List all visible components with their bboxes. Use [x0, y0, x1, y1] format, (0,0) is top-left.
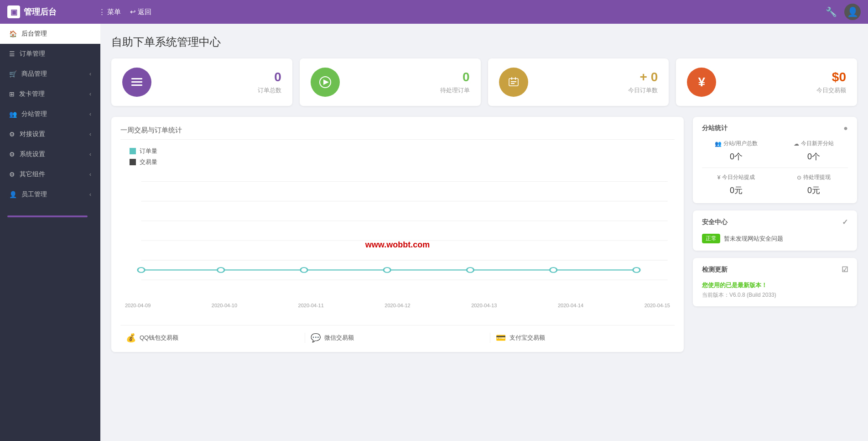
legend-transactions: 交易量: [130, 158, 675, 166]
svg-point-16: [138, 268, 145, 273]
settings-icon[interactable]: 🔧: [826, 6, 837, 17]
svg-rect-2: [131, 84, 142, 86]
sidebar-label-components: 其它组件: [20, 170, 45, 178]
topbar-logo: ▣ 管理后台: [7, 5, 99, 18]
x-label-0: 2020-04-09: [125, 303, 151, 308]
chevron-icon: ‹: [89, 151, 91, 158]
right-panel: 分站统计 ● 👥 分站/用户总数 0个: [693, 117, 857, 352]
bottom-stats: 💰 QQ钱包交易额 💬 微信交易额 💳 支付宝交易额: [120, 325, 675, 343]
substation-total-value: 0个: [730, 151, 743, 162]
cart-icon: 🛒: [9, 70, 17, 78]
yen-icon: ¥: [717, 174, 721, 181]
stat-card-total-orders: 0 订单总数: [111, 58, 292, 106]
sidebar-item-left: ☰ 订单管理: [9, 50, 45, 58]
wechat-icon: 💬: [311, 333, 321, 343]
sidebar-item-dashboard[interactable]: 🏠 后台管理: [0, 24, 100, 44]
update-card: 检测更新 ☑ 您使用的已是最新版本！ 当前版本：V6.0.8 (Build 20…: [693, 258, 857, 306]
back-button[interactable]: ↩ 返回: [130, 8, 151, 16]
staff-icon: 👤: [9, 191, 17, 198]
sidebar-item-left: 👥 分站管理: [9, 110, 47, 118]
stat-info-today-transactions: $0 今日交易额: [725, 70, 846, 94]
legend-orders: 订单量: [130, 147, 675, 155]
substation-total: 👥 分站/用户总数 0个: [702, 140, 770, 162]
svg-rect-1: [131, 81, 142, 83]
substation-title: 分站统计: [702, 124, 728, 132]
stat-icon-today-transactions: ¥: [687, 68, 716, 97]
sidebar-item-left: ⚙ 系统设置: [9, 150, 45, 158]
stat-label-today-orders: 今日订单数: [628, 86, 658, 94]
legend-label-transactions: 交易量: [140, 158, 157, 166]
sidebar-item-orders[interactable]: ☰ 订单管理: [0, 44, 100, 64]
main-content: 自助下单系统管理中心 0 订单总数: [100, 24, 868, 441]
update-title: 检测更新: [702, 266, 728, 274]
substation-commission: ¥ 今日分站提成 0元: [702, 173, 770, 196]
chart-legend: 订单量 交易量: [120, 147, 675, 166]
stat-info-pending-orders: 0 待处理订单: [349, 70, 470, 94]
sidebar-label-substation: 分站管理: [21, 110, 47, 118]
chevron-icon: ‹: [89, 91, 91, 97]
stat-label-pending-orders: 待处理订单: [440, 86, 470, 94]
chevron-icon: ‹: [89, 111, 91, 117]
svg-rect-9: [515, 77, 516, 80]
svg-rect-8: [511, 77, 512, 80]
sidebar-item-components[interactable]: ⚙ 其它组件 ‹: [0, 164, 100, 184]
sidebar-item-left: ⚙ 其它组件: [9, 170, 45, 178]
stat-card-pending-orders: 0 待处理订单: [300, 58, 481, 106]
chevron-icon: ‹: [89, 171, 91, 178]
avatar[interactable]: 👤: [844, 4, 861, 20]
x-label-4: 2020-04-13: [471, 303, 497, 308]
substation-total-label: 👥 分站/用户总数: [715, 140, 758, 147]
x-label-2: 2020-04-11: [298, 303, 324, 308]
substation-pending-value: 0元: [807, 185, 820, 196]
sidebar-label-dashboard: 后台管理: [21, 30, 47, 38]
sidebar-item-substation[interactable]: 👥 分站管理 ‹: [0, 104, 100, 124]
substation-new-today: ☁ 今日新开分站 0个: [780, 140, 848, 162]
svg-point-18: [301, 268, 307, 273]
stat-icon-today-orders: [499, 68, 528, 97]
substation-card: 分站统计 ● 👥 分站/用户总数 0个: [693, 117, 857, 203]
svg-rect-7: [511, 83, 515, 84]
list-icon: ☰: [9, 50, 15, 58]
stats-row: 0 订单总数 0 待处理订单: [111, 58, 857, 106]
sidebar-item-staff[interactable]: 👤 员工管理 ‹: [0, 184, 100, 205]
sidebar-label-settings: 系统设置: [20, 150, 45, 158]
substation-header: 分站统计 ●: [702, 124, 848, 132]
menu-dots-icon: ⋮: [99, 8, 105, 16]
security-status-text: 暂未发现网站安全问题: [724, 235, 783, 243]
update-header: 检测更新 ☑: [702, 265, 848, 274]
stat-value-today-orders: + 0: [640, 70, 658, 84]
integration-icon: ⚙: [9, 131, 15, 138]
x-label-6: 2020-04-15: [645, 303, 670, 308]
sidebar-item-left: 👤 员工管理: [9, 190, 47, 199]
sidebar-item-integration[interactable]: ⚙ 对接设置 ‹: [0, 124, 100, 144]
substation-new-today-value: 0个: [807, 151, 820, 162]
security-status-row: 正常 暂未发现网站安全问题: [702, 234, 848, 243]
stat-info-today-orders: + 0 今日订单数: [537, 70, 658, 94]
sidebar-item-settings[interactable]: ⚙ 系统设置 ‹: [0, 144, 100, 164]
topbar-title: 管理后台: [24, 6, 57, 17]
bottom-stat-alipay-label: 支付宝交易额: [509, 334, 545, 342]
sidebar-item-left: 🏠 后台管理: [9, 30, 47, 38]
status-dot-icon: ●: [843, 124, 848, 132]
check-icon: ✓: [842, 218, 848, 226]
sidebar-label-staff: 员工管理: [21, 190, 47, 199]
stat-value-total-orders: 0: [274, 70, 281, 84]
legend-box-dark: [130, 159, 136, 165]
cloud-icon: ☁: [794, 141, 799, 147]
sidebar-item-cards[interactable]: ⊞ 发卡管理 ‹: [0, 84, 100, 104]
svg-rect-6: [511, 81, 516, 82]
x-label-1: 2020-04-10: [212, 303, 237, 308]
topbar-menu: ⋮ 菜单 ↩ 返回: [99, 8, 826, 16]
sidebar-item-products[interactable]: 🛒 商品管理 ‹: [0, 64, 100, 84]
chart-area: www.wobbt.com: [120, 172, 675, 318]
status-badge: 正常: [702, 234, 720, 243]
substation-stats-grid-2: ¥ 今日分站提成 0元 ⊙ 待处理提现 0元: [702, 173, 848, 196]
svg-point-21: [550, 268, 557, 273]
stat-value-today-transactions: $0: [832, 70, 846, 84]
components-icon: ⚙: [9, 171, 15, 178]
security-title: 安全中心: [702, 218, 728, 226]
stat-label-today-transactions: 今日交易额: [816, 86, 846, 94]
menu-button[interactable]: ⋮ 菜单: [99, 8, 121, 16]
checkbox-icon: ☑: [842, 265, 848, 274]
chart-section: 一周交易与订单统计 订单量 交易量 www.wobbt.com: [111, 117, 684, 352]
